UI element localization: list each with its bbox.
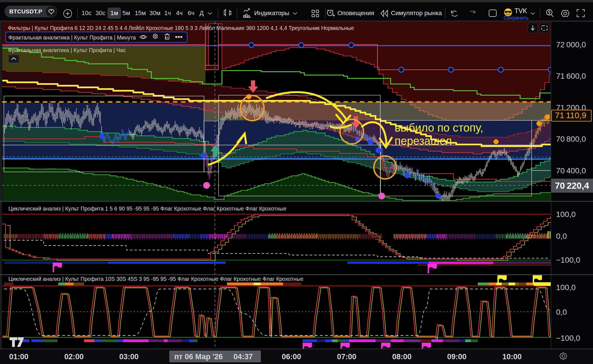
svg-text:Циклический анализ | Культ Про: Циклический анализ | Культ Профита 10S 3…: [8, 276, 304, 282]
svg-text:пт 06 Мар '26: пт 06 Мар '26: [174, 353, 223, 361]
svg-text:Фрактальная аналитика | Культ: Фрактальная аналитика | Культ Профита | …: [8, 34, 136, 41]
svg-text:02:00: 02:00: [64, 353, 84, 361]
svg-text:0,0: 0,0: [556, 232, 567, 241]
svg-text:100,0: 100,0: [556, 283, 576, 292]
svg-text:08:00: 08:00: [392, 353, 411, 361]
svg-text:−100,0: −100,0: [556, 334, 580, 342]
svg-text:01:00: 01:00: [9, 353, 28, 361]
svg-text:07:00: 07:00: [337, 353, 356, 361]
svg-text:70 800,0: 70 800,0: [556, 135, 586, 143]
svg-text:Фрактальная аналитика | Культ: Фрактальная аналитика | Культ Профита | …: [8, 47, 126, 53]
svg-text:перезашел: перезашел: [395, 135, 452, 147]
svg-text:выбило по стопу,: выбило по стопу,: [395, 122, 483, 134]
svg-text:0,0: 0,0: [556, 308, 567, 316]
svg-text:06:00: 06:00: [282, 353, 301, 361]
svg-text:71 110,9: 71 110,9: [555, 111, 586, 120]
svg-text:03:00: 03:00: [119, 353, 138, 361]
svg-text:−100,0: −100,0: [556, 256, 580, 264]
svg-text:100,0: 100,0: [556, 210, 576, 219]
svg-text:04:37: 04:37: [233, 353, 253, 361]
svg-text:Фильтры | Культ Профита 6 12 2: Фильтры | Культ Профита 6 12 2D 24 2 45 …: [8, 25, 354, 31]
svg-text:10:00: 10:00: [502, 353, 522, 361]
svg-text:72 000,0: 72 000,0: [556, 40, 586, 49]
svg-text:70 400,0: 70 400,0: [556, 166, 586, 175]
svg-text:Циклический анализ | Культ Про: Циклический анализ | Культ Профита 1 5 6…: [8, 206, 286, 212]
svg-text:09:00: 09:00: [447, 353, 466, 361]
svg-text:70 220,4: 70 220,4: [555, 181, 589, 191]
svg-text:71 600,0: 71 600,0: [556, 72, 586, 80]
